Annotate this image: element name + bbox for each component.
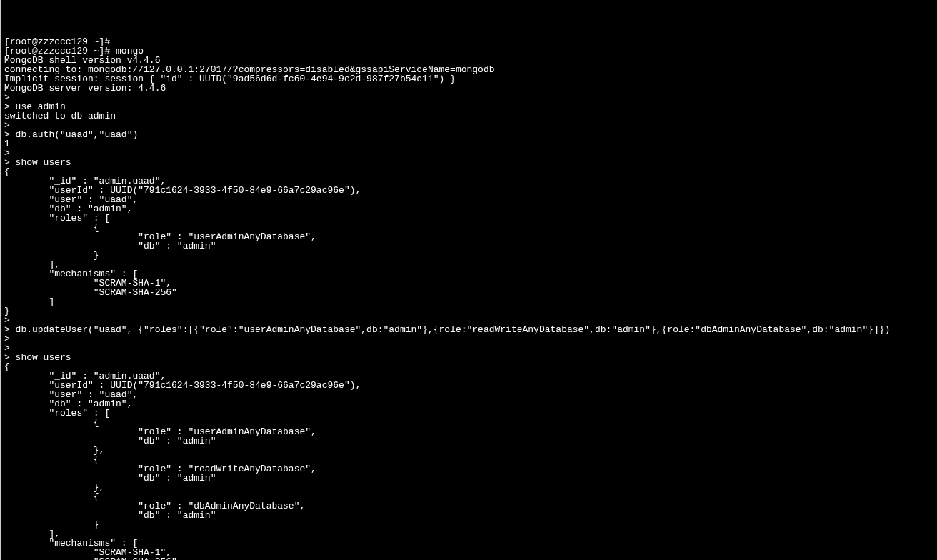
terminal-line: > show users	[4, 352, 71, 363]
terminal-output[interactable]: [root@zzzccc129 ~]# [root@zzzccc129 ~]# …	[4, 37, 934, 560]
terminal-line: switched to db admin	[4, 111, 116, 121]
terminal-line: > db.updateUser("uaad", {"roles":[{"role…	[4, 324, 890, 335]
terminal-line: MongoDB server version: 4.4.6	[4, 83, 166, 94]
terminal-line: ]	[4, 296, 54, 307]
terminal-line: > db.auth("uaad","uaad")	[4, 129, 138, 140]
terminal-line: > show users	[4, 157, 71, 168]
terminal-line: "SCRAM-SHA-256"	[4, 556, 177, 560]
